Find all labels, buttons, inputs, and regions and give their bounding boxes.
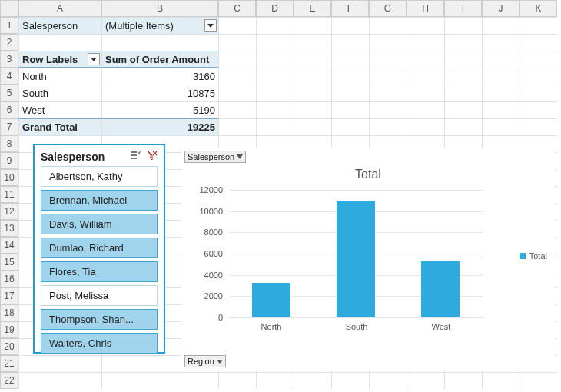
- column-header-C[interactable]: C: [218, 0, 256, 17]
- cell-K2[interactable]: [520, 34, 557, 51]
- row-header-8[interactable]: 8: [0, 135, 18, 152]
- cell-B2[interactable]: [101, 34, 218, 51]
- slicer-item[interactable]: Dumlao, Richard: [41, 238, 158, 258]
- cell-C6[interactable]: [218, 101, 256, 118]
- cell-I6[interactable]: [444, 101, 482, 118]
- cell-B5[interactable]: 10875: [101, 85, 218, 101]
- cell-H4[interactable]: [407, 68, 444, 85]
- column-header-D[interactable]: D: [256, 0, 294, 17]
- row-header-6[interactable]: 6: [0, 101, 18, 118]
- cell-B22[interactable]: [101, 372, 218, 389]
- cell-A7[interactable]: Grand Total: [18, 118, 101, 135]
- chart-bar[interactable]: [421, 261, 460, 317]
- cell-D4[interactable]: [256, 68, 294, 85]
- cell-A2[interactable]: [18, 34, 101, 51]
- cell-C7[interactable]: [218, 118, 256, 135]
- row-header-4[interactable]: 4: [0, 68, 18, 85]
- multi-select-icon[interactable]: [130, 150, 141, 163]
- cell-A5[interactable]: South: [18, 85, 101, 101]
- slicer-item[interactable]: Thompson, Shan...: [41, 309, 158, 330]
- slicer-item[interactable]: Brennan, Michael: [41, 190, 158, 211]
- cell-E1[interactable]: [294, 17, 331, 34]
- cell-G22[interactable]: [369, 372, 407, 389]
- row-header-1[interactable]: 1: [0, 17, 18, 34]
- chart-bar[interactable]: [252, 283, 290, 317]
- row-header-11[interactable]: 11: [0, 186, 18, 203]
- chart-field-region-button[interactable]: Region: [184, 355, 226, 367]
- row-header-14[interactable]: 14: [0, 237, 18, 254]
- row-header-10[interactable]: 10: [0, 169, 18, 186]
- cell-E7[interactable]: [294, 118, 331, 135]
- cell-H1[interactable]: [407, 17, 444, 34]
- cell-H7[interactable]: [407, 118, 444, 135]
- cell-J3[interactable]: [482, 51, 520, 68]
- cell-E4[interactable]: [294, 68, 331, 85]
- row-header-7[interactable]: 7: [0, 118, 18, 135]
- row-header-22[interactable]: 22: [0, 372, 18, 389]
- row-header-17[interactable]: 17: [0, 287, 18, 304]
- cell-I7[interactable]: [444, 118, 482, 135]
- cell-A22[interactable]: [18, 372, 101, 389]
- slicer-panel[interactable]: Salesperson Albertson, KathyBrennan, Mic…: [33, 144, 165, 354]
- cell-B6[interactable]: 5190: [101, 101, 218, 118]
- chart-bar[interactable]: [337, 201, 375, 317]
- row-header-21[interactable]: 21: [0, 355, 18, 372]
- cell-D5[interactable]: [256, 85, 294, 101]
- clear-filter-icon[interactable]: [147, 150, 158, 163]
- row-header-18[interactable]: 18: [0, 304, 18, 321]
- cell-K6[interactable]: [520, 101, 557, 118]
- slicer-item[interactable]: Albertson, Kathy: [41, 166, 158, 187]
- cell-E6[interactable]: [294, 101, 331, 118]
- cell-A6[interactable]: West: [18, 101, 101, 118]
- cell-E2[interactable]: [294, 34, 331, 51]
- cell-F4[interactable]: [331, 68, 369, 85]
- cell-G1[interactable]: [369, 17, 407, 34]
- row-header-3[interactable]: 3: [0, 51, 18, 68]
- cell-E22[interactable]: [294, 372, 331, 389]
- column-header-E[interactable]: E: [294, 0, 331, 17]
- cell-K7[interactable]: [520, 118, 557, 135]
- cell-J1[interactable]: [482, 17, 520, 34]
- cell-E5[interactable]: [294, 85, 331, 101]
- cell-C1[interactable]: [218, 17, 256, 34]
- row-header-2[interactable]: 2: [0, 34, 18, 51]
- cell-E3[interactable]: [294, 51, 331, 68]
- cell-F2[interactable]: [331, 34, 369, 51]
- cell-C5[interactable]: [218, 85, 256, 101]
- row-labels-dropdown-button[interactable]: [88, 53, 100, 65]
- cell-G2[interactable]: [369, 34, 407, 51]
- cell-J2[interactable]: [482, 34, 520, 51]
- cell-G4[interactable]: [369, 68, 407, 85]
- cell-A21[interactable]: [18, 355, 101, 372]
- cell-B7[interactable]: 19225: [101, 118, 218, 135]
- cell-B1[interactable]: (Multiple Items): [101, 17, 218, 34]
- row-header-9[interactable]: 9: [0, 152, 18, 169]
- column-header-A[interactable]: A: [18, 0, 101, 17]
- cell-I4[interactable]: [444, 68, 482, 85]
- cell-C4[interactable]: [218, 68, 256, 85]
- cell-C2[interactable]: [218, 34, 256, 51]
- cell-J5[interactable]: [482, 85, 520, 101]
- cell-I2[interactable]: [444, 34, 482, 51]
- row-header-13[interactable]: 13: [0, 220, 18, 237]
- cell-G5[interactable]: [369, 85, 407, 101]
- column-header-I[interactable]: I: [444, 0, 482, 17]
- column-header-G[interactable]: G: [369, 0, 407, 17]
- cell-H6[interactable]: [407, 101, 444, 118]
- cell-J7[interactable]: [482, 118, 520, 135]
- cell-A3[interactable]: Row Labels: [18, 51, 101, 68]
- cell-D1[interactable]: [256, 17, 294, 34]
- row-header-16[interactable]: 16: [0, 271, 18, 287]
- cell-D2[interactable]: [256, 34, 294, 51]
- cell-G7[interactable]: [369, 118, 407, 135]
- cell-G3[interactable]: [369, 51, 407, 68]
- row-header-20[interactable]: 20: [0, 338, 18, 355]
- cell-H2[interactable]: [407, 34, 444, 51]
- cell-D22[interactable]: [256, 372, 294, 389]
- select-all-corner[interactable]: [0, 0, 18, 17]
- cell-D6[interactable]: [256, 101, 294, 118]
- column-header-H[interactable]: H: [407, 0, 444, 17]
- column-header-F[interactable]: F: [331, 0, 369, 17]
- row-header-19[interactable]: 19: [0, 321, 18, 338]
- chart-field-salesperson-button[interactable]: Salesperson: [184, 151, 246, 163]
